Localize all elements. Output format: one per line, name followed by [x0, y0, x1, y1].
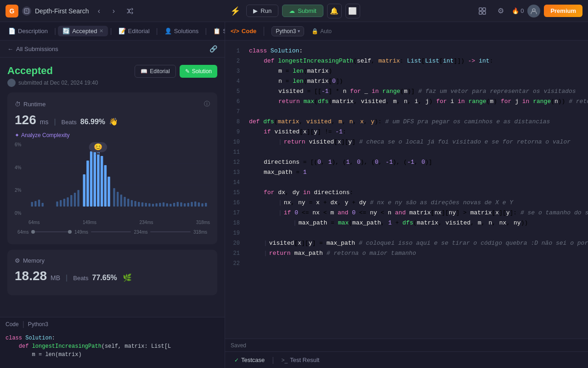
runtime-value: 126 — [15, 113, 36, 127]
range-right: 318ms — [193, 230, 207, 235]
runtime-chart: 6% 4% 2% 0% — [15, 142, 210, 225]
editorial-button[interactable]: 📖 Editorial — [135, 65, 175, 78]
submit-button[interactable]: ☁ Submit — [282, 5, 323, 17]
memory-values: 18.28 MB | Beats 77.65% 🌿 — [15, 269, 210, 283]
svg-rect-12 — [38, 200, 40, 207]
chart-svg: 😊 — [28, 142, 210, 207]
solution-btn-label: Solution — [192, 68, 212, 75]
code-tab-python[interactable]: Python3 — [28, 321, 48, 328]
line-num-16: 16 — [225, 198, 243, 208]
code-editor-header: </> Code Python3 ▾ 🔒 Auto ☰ 🔖 ↺ ↩ ⛶ — [225, 22, 588, 40]
alarm-button[interactable]: 🔔 — [327, 4, 342, 18]
tab-accepted[interactable]: 🔄 Accepted ✕ — [58, 26, 108, 36]
fire-count: 🔥 0 — [512, 7, 524, 14]
editorial-icon: 📝 — [119, 28, 126, 34]
svg-rect-20 — [77, 190, 79, 207]
chart-y-labels: 6% 4% 2% 0% — [15, 142, 21, 216]
submitted-text: submitted at Dec 02, 2024 19:40 — [18, 80, 98, 86]
range-handle-right[interactable] — [68, 230, 72, 234]
svg-rect-1 — [479, 8, 482, 11]
tab-accepted-close[interactable]: ✕ — [99, 28, 103, 34]
user-avatar[interactable] — [527, 5, 540, 17]
line-num-20: 20 — [225, 238, 243, 248]
code-line-10: |return visited[x][y] # checa se o local… — [249, 137, 588, 147]
logo-icon[interactable]: G — [6, 5, 18, 17]
tab-description-label: Description — [18, 28, 48, 34]
range-track-3 — [150, 231, 191, 232]
grid-button[interactable] — [475, 4, 490, 18]
svg-rect-4 — [483, 12, 486, 14]
solution-button[interactable]: ✎ Solution — [180, 65, 217, 78]
tab-description[interactable]: 📄 Description — [4, 26, 52, 36]
wave-icon: 👋 — [109, 117, 118, 126]
link-icon[interactable]: 🔗 — [209, 45, 217, 52]
range-track-2 — [91, 231, 131, 232]
range-left: 64ms — [17, 230, 28, 235]
line-num-14: 14 — [225, 178, 243, 188]
accepted-header: Accepted submitted at Dec 02, 2024 19:40… — [7, 65, 217, 87]
code-line-7 — [249, 107, 588, 117]
accepted-icon: 🔄 — [62, 28, 70, 34]
svg-rect-48 — [180, 202, 182, 207]
fire-icon: 🔥 — [512, 7, 519, 14]
testcase-tab[interactable]: ✓ Testcase — [231, 355, 268, 365]
code-editor-body[interactable]: 1 2 3 4 5 6 7 8 9 10 11 12 13 14 15 16 1… — [225, 40, 588, 339]
tab-editorial[interactable]: 📝 Editorial — [114, 26, 154, 36]
svg-rect-53 — [198, 202, 200, 207]
language-selector[interactable]: Python3 ▾ — [271, 26, 304, 36]
submissions-header: ← All Submissions 🔗 — [0, 40, 225, 58]
code-line-14 — [249, 178, 588, 188]
analyze-complexity-link[interactable]: ✦ Analyze Complexity — [15, 132, 210, 138]
svg-rect-46 — [173, 203, 175, 207]
editorial-btn-label: Editorial — [150, 68, 170, 75]
y-label-2: 2% — [15, 188, 21, 193]
problem-icon — [22, 6, 31, 16]
code-tab-code[interactable]: Code — [6, 321, 19, 328]
testcase-label: Testcase — [241, 356, 265, 363]
svg-rect-49 — [184, 203, 186, 207]
spark-button[interactable]: ⚡ — [228, 4, 243, 18]
range-handle-left[interactable] — [31, 230, 35, 234]
code-line-18: |max_path = max(max_path, 1 + dfs(matrix… — [249, 218, 588, 228]
premium-button[interactable]: Premium — [544, 5, 582, 17]
svg-rect-23 — [90, 151, 92, 207]
submitter-avatar — [7, 79, 16, 87]
line-num-4: 4 — [225, 76, 243, 86]
description-icon: 📄 — [8, 28, 16, 34]
test-result-label: Test Result — [290, 356, 319, 363]
snippet-line-1: class Solution: — [6, 334, 219, 342]
shuffle-button[interactable] — [124, 5, 136, 17]
line-num-7: 7 — [225, 107, 243, 117]
code-snippet-preview: class Solution: def longestIncreasingPat… — [0, 331, 225, 368]
svg-rect-38 — [145, 203, 147, 207]
nav-next-button[interactable]: › — [107, 5, 120, 17]
range-mid1: 149ms — [74, 230, 88, 235]
nav-prev-button[interactable]: ‹ — [92, 5, 105, 17]
auto-label: Auto — [320, 28, 332, 34]
left-panel: 📄 Description | 🔄 Accepted ✕ | 📝 Editori… — [0, 22, 225, 368]
runtime-info-icon[interactable]: ⓘ — [204, 100, 210, 108]
svg-rect-16 — [63, 199, 65, 207]
test-result-tab[interactable]: >_ Test Result — [277, 355, 323, 365]
line-num-22: 22 — [225, 259, 243, 269]
chart-x-labels: 64ms 149ms 234ms 318ms — [28, 220, 210, 225]
range-slider[interactable]: 64ms 149ms 234ms 318ms — [15, 227, 210, 237]
range-mid2: 234ms — [134, 230, 147, 235]
svg-rect-52 — [194, 201, 196, 207]
x-label-234: 234ms — [139, 220, 153, 225]
main-content: 📄 Description | 🔄 Accepted ✕ | 📝 Editori… — [0, 22, 588, 368]
memory-icon: ⚙ — [15, 257, 20, 264]
svg-rect-17 — [67, 197, 68, 207]
code-content[interactable]: class Solution: def longestIncreasingPat… — [243, 40, 588, 339]
settings-button[interactable]: ⚙ — [493, 4, 508, 18]
run-button[interactable]: ▶ Run — [246, 5, 278, 17]
svg-rect-28 — [107, 177, 110, 207]
memory-value: 18.28 — [15, 269, 47, 283]
back-to-submissions-button[interactable]: ← All Submissions — [7, 46, 58, 52]
svg-rect-55 — [205, 203, 207, 207]
tab-solutions[interactable]: 👤 Solutions — [160, 26, 203, 36]
line-num-10: 10 — [225, 137, 243, 147]
svg-rect-2 — [483, 8, 486, 11]
line-num-21: 21 — [225, 248, 243, 259]
layout-button[interactable]: ⬜ — [345, 4, 360, 18]
